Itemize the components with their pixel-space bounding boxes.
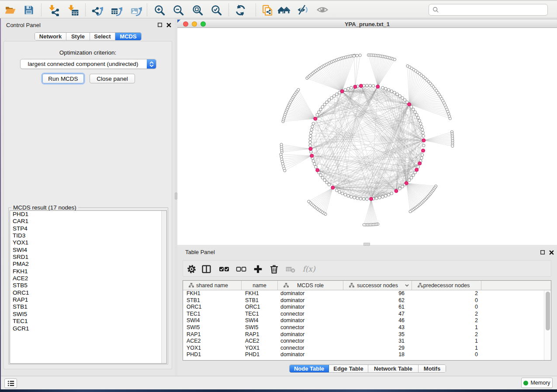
mcds-result-item[interactable]: PMA2 [10, 261, 166, 268]
network-node[interactable] [375, 197, 378, 200]
memory-button[interactable]: Memory [521, 378, 553, 388]
first-neighbors-button[interactable] [278, 4, 290, 16]
network-node[interactable] [325, 101, 329, 104]
network-node[interactable] [372, 85, 375, 88]
mcds-result-item[interactable]: TID3 [10, 232, 166, 239]
network-node[interactable] [312, 122, 315, 125]
network-node[interactable] [362, 198, 365, 201]
mcds-result-item[interactable]: RAP1 [10, 296, 166, 303]
network-dominator-node[interactable] [316, 168, 319, 172]
network-node[interactable] [401, 185, 404, 188]
mcds-result-item[interactable]: SWI4 [10, 247, 166, 254]
network-dominator-node[interactable] [415, 168, 419, 172]
network-node[interactable] [422, 144, 426, 147]
list-scrollbar-track[interactable] [161, 211, 166, 363]
column-settings-button[interactable] [186, 264, 197, 274]
table-row[interactable]: YOX1YOX1connector291 [183, 345, 544, 352]
network-node[interactable] [309, 144, 312, 147]
mcds-result-item[interactable]: YOX1 [10, 239, 166, 246]
network-node[interactable] [318, 111, 321, 114]
network-dominator-node[interactable] [331, 186, 335, 189]
network-node[interactable] [366, 198, 369, 201]
network-dominator-node[interactable] [340, 89, 344, 93]
network-node[interactable] [398, 187, 401, 190]
network-window-titlebar[interactable]: YPA_prune.txt_1 [177, 19, 557, 28]
mcds-result-item[interactable]: SWI5 [10, 311, 166, 318]
network-node[interactable] [369, 84, 372, 87]
table-row[interactable]: PHD1PHD1dominator180 [183, 351, 544, 358]
select-all-columns-button[interactable] [219, 264, 229, 274]
column-header-successor-nodes[interactable]: successor nodes [343, 281, 412, 290]
mcds-result-item[interactable]: STP4 [10, 225, 166, 232]
network-dominator-node[interactable] [394, 189, 398, 193]
zoom-out-button[interactable] [172, 4, 184, 16]
table-row[interactable]: RAP1RAP1dominator352 [183, 331, 544, 338]
tab-network-table[interactable]: Network Table [368, 365, 419, 372]
network-node[interactable] [321, 176, 324, 179]
column-header-shared-name[interactable]: shared name [183, 281, 242, 290]
network-dominator-node[interactable] [376, 85, 380, 88]
network-node[interactable] [353, 196, 356, 199]
network-node[interactable] [408, 179, 411, 182]
table-row[interactable]: SWI5SWI5connector431 [183, 324, 544, 331]
network-node[interactable] [387, 89, 390, 92]
network-dominator-node[interactable] [353, 85, 357, 89]
network-leaf-node[interactable] [363, 224, 365, 226]
table-row[interactable]: TEC1TEC1connector472 [183, 311, 544, 318]
add-column-button[interactable] [253, 264, 263, 274]
tab-style[interactable]: Style [66, 33, 90, 40]
show-columns-button[interactable] [201, 264, 211, 274]
network-leaf-node[interactable] [297, 88, 300, 91]
network-node[interactable] [319, 174, 322, 177]
table-row[interactable]: STB1STB1dominator620 [183, 297, 544, 304]
mcds-result-item[interactable]: STB5 [10, 282, 166, 289]
save-session-button[interactable] [23, 4, 35, 16]
network-node[interactable] [333, 95, 336, 98]
network-node[interactable] [344, 193, 347, 196]
optimization-criterion-select[interactable]: largest connected component (undirected) [20, 59, 156, 69]
network-node[interactable] [319, 108, 322, 111]
column-header-MCDS-role[interactable]: MCDS role [278, 281, 343, 290]
network-node[interactable] [313, 162, 316, 165]
network-node[interactable] [350, 86, 353, 89]
table-row[interactable]: ORC1ORC1dominator610 [183, 304, 544, 311]
splitter-grip[interactable] [363, 243, 370, 246]
scrollbar-thumb[interactable] [546, 292, 550, 330]
float-panel-icon[interactable] [540, 250, 545, 255]
network-node[interactable] [309, 134, 312, 138]
column-header-name[interactable]: name [242, 281, 278, 290]
network-node[interactable] [359, 197, 362, 200]
network-node[interactable] [422, 131, 425, 134]
network-dominator-node[interactable] [405, 182, 408, 185]
network-node[interactable] [338, 191, 341, 194]
network-leaf-node[interactable] [393, 58, 396, 61]
float-panel-icon[interactable] [157, 22, 163, 28]
network-leaf-node[interactable] [353, 55, 355, 57]
table-row[interactable]: SWI4SWI4dominator462 [183, 317, 544, 324]
hide-selected-button[interactable] [297, 4, 309, 16]
function-builder-button[interactable]: f(x) [301, 264, 316, 274]
export-network-button[interactable] [91, 4, 103, 16]
network-node[interactable] [421, 154, 424, 157]
network-node[interactable] [421, 128, 424, 131]
network-node[interactable] [330, 96, 333, 100]
show-all-button[interactable] [316, 4, 329, 16]
mcds-result-item[interactable]: FKH1 [10, 268, 166, 275]
network-leaf-node[interactable] [280, 153, 282, 156]
network-node[interactable] [366, 84, 369, 87]
open-file-button[interactable] [4, 4, 16, 16]
network-node[interactable] [381, 196, 384, 199]
network-node[interactable] [384, 87, 387, 90]
network-node[interactable] [312, 160, 315, 163]
network-node[interactable] [418, 119, 421, 122]
tab-mcds[interactable]: MCDS [115, 33, 141, 40]
import-network-button[interactable] [48, 4, 60, 16]
mcds-result-item[interactable]: SRD1 [10, 254, 166, 261]
network-node[interactable] [350, 196, 353, 199]
tab-network[interactable]: Network [35, 33, 66, 40]
network-dominator-node[interactable] [359, 84, 363, 88]
run-mcds-button[interactable]: Run MCDS [42, 74, 84, 83]
mcds-result-item[interactable]: GCR1 [10, 325, 166, 332]
close-panel-icon[interactable] [549, 250, 554, 255]
network-node[interactable] [393, 91, 396, 94]
